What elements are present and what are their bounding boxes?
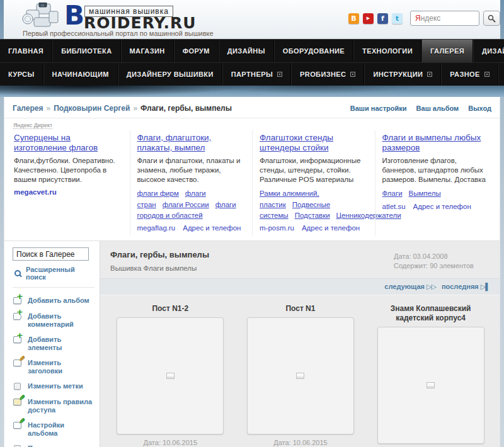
nav-partnery[interactable]: ПАРТНЕРЫ bbox=[222, 63, 291, 86]
card-thumbnail[interactable] bbox=[377, 327, 484, 444]
ad-sublink[interactable]: флаги фирм bbox=[137, 190, 179, 197]
gallery-card: Знамя Колпашевский кадетский корпус4 Дат… bbox=[365, 304, 496, 447]
checkbox-icon bbox=[13, 381, 24, 391]
sidebar-item-add-elements[interactable]: Добавить элементы bbox=[13, 334, 96, 352]
ad-sublink[interactable]: Подставки bbox=[295, 212, 330, 219]
gallery-cards: Пост N1-2 Дата: 10.06.2015 Новый « опера… bbox=[100, 295, 500, 447]
sidebar-item-add-album[interactable]: Добавить альбом bbox=[13, 295, 96, 305]
nav-glavnaya[interactable]: ГЛАВНАЯ bbox=[0, 40, 52, 62]
svg-text:cc: cc bbox=[41, 3, 45, 7]
site-header: cc B машинная вышивка ROIDERY.RU Первый … bbox=[4, 0, 500, 39]
ad-body: Флагштоки, информационные стенды, штенде… bbox=[260, 156, 368, 185]
broken-image-icon bbox=[427, 382, 435, 388]
gallery-card: Пост N1-2 Дата: 10.06.2015 Новый « опера… bbox=[105, 304, 236, 447]
album-header: Флаги, гербы, вымпелы Вышивка Флаги вымп… bbox=[100, 241, 500, 278]
sidebar-item-edit-tags[interactable]: Изменить метки bbox=[13, 381, 96, 391]
sidebar-item-batch-tags[interactable]: Пакетное изменение меток bbox=[13, 443, 96, 447]
ad-domain-link[interactable]: megaflag.ru bbox=[137, 224, 176, 232]
twitter-icon[interactable]: t bbox=[392, 13, 403, 24]
ad-title-link[interactable]: Флаги, флагштоки, плакаты, вымпел bbox=[137, 133, 246, 153]
breadcrumb-bar: Галерея»Подковырин Сергей»Флаги, гербы, … bbox=[4, 98, 500, 118]
crumb-author[interactable]: Подковырин Сергей bbox=[54, 104, 130, 113]
your-settings-link[interactable]: Ваши настройки bbox=[350, 105, 407, 112]
nav-oborudovanie[interactable]: ОБОРУДОВАНИЕ bbox=[274, 40, 353, 62]
ad-body: Флаги,футболки. Оперативно. Качественно.… bbox=[14, 156, 123, 185]
next-page-icon[interactable]: ▷▷ bbox=[427, 283, 436, 290]
sidebar-item-add-comment[interactable]: Добавить комментарий bbox=[13, 311, 96, 329]
next-page-link[interactable]: следующая bbox=[384, 283, 425, 290]
ad-domain-link[interactable]: atlet.su bbox=[382, 203, 406, 210]
nav-biblioteka[interactable]: БИБЛИОТЕКА bbox=[52, 40, 120, 62]
ad-sublink[interactable]: Флаги bbox=[382, 190, 403, 197]
main-area: Расширенный поиск Добавить альбом Добави… bbox=[4, 240, 500, 447]
yandex-direct-label[interactable]: Яндекс Директ bbox=[13, 122, 52, 129]
ad-mposm: Флагштоки стенды штендеры стойки Флагшто… bbox=[252, 130, 375, 235]
yandex-search: Яндекс bbox=[410, 11, 500, 26]
ad-body: Флаги и флагштоки, плакаты и знамена, лю… bbox=[137, 156, 246, 185]
ad-title-link[interactable]: Флагштоки стенды штендеры стойки bbox=[260, 133, 368, 153]
ad-sublink[interactable]: Вымпелы bbox=[409, 190, 441, 197]
dropdown-indicator-icon bbox=[484, 72, 490, 77]
search-button[interactable] bbox=[483, 11, 500, 26]
sidebar-item-album-settings[interactable]: Настройки альбома bbox=[13, 420, 96, 438]
nav-kursy[interactable]: КУРСЫ bbox=[0, 63, 43, 86]
broken-image-icon bbox=[296, 373, 304, 379]
ad-title-link[interactable]: Флаги и вымпелы любых размеров bbox=[382, 133, 491, 153]
advanced-search-link[interactable]: Расширенный поиск bbox=[14, 266, 96, 281]
album-meta: Дата: 03.04.2008 Содержит: 90 элементов bbox=[394, 250, 488, 272]
broken-image-icon bbox=[166, 373, 175, 379]
sidebar-item-edit-titles[interactable]: Изменить заголовки bbox=[13, 358, 96, 375]
yandex-search-input[interactable] bbox=[410, 11, 479, 26]
ad-title-link[interactable]: Суперцены на изготовление флагов bbox=[14, 133, 123, 153]
nav-dizayny[interactable]: ДИЗАЙНЫ bbox=[219, 40, 274, 62]
magnifier-icon bbox=[14, 269, 22, 278]
album-count: Содержит: 90 элементов bbox=[394, 262, 488, 269]
nav-dizayneru-vyshivki[interactable]: ДИЗАЙНЕРУ ВЫШИВКИ bbox=[118, 63, 222, 86]
comment-plus-icon bbox=[13, 311, 24, 321]
nav-row-1: ГЛАВНАЯ БИБЛИОТЕКА МАГАЗИН ФОРУМ ДИЗАЙНЫ… bbox=[0, 39, 504, 62]
nav-galereya[interactable]: ГАЛЕРЕЯ bbox=[421, 40, 473, 62]
card-thumbnail[interactable] bbox=[247, 317, 354, 434]
nav-forum[interactable]: ФОРУМ bbox=[174, 40, 219, 62]
nav-row-2: КУРСЫ НАЧИНАЮЩИМ ДИЗАЙНЕРУ ВЫШИВКИ ПАРТН… bbox=[0, 62, 504, 86]
logo-machines-icon: cc bbox=[21, 3, 62, 30]
checkbox-icon bbox=[13, 443, 24, 447]
nav-probiznes[interactable]: PROБИЗНЕС bbox=[291, 63, 364, 86]
card-title: Пост N1-2 bbox=[110, 304, 231, 314]
card-date: Дата: 10.06.2015 bbox=[110, 439, 231, 446]
last-page-icon[interactable]: ▷▌ bbox=[481, 283, 490, 290]
blogger-icon[interactable]: B bbox=[348, 13, 359, 24]
nav-raznoe[interactable]: РАЗНОЕ bbox=[441, 63, 498, 86]
gallery-sidebar: Расширенный поиск Добавить альбом Добави… bbox=[4, 241, 100, 447]
logo-letter-b: B bbox=[64, 3, 84, 29]
last-page-link[interactable]: последняя bbox=[442, 283, 479, 290]
nav-instruktsii[interactable]: ИНСТРУКЦИИ bbox=[364, 63, 441, 86]
album-date: Дата: 03.04.2008 bbox=[394, 252, 488, 260]
ad-contact-link[interactable]: Адрес и телефон bbox=[183, 224, 241, 232]
ad-sublink[interactable]: флаги России bbox=[163, 201, 209, 208]
ad-contact-link[interactable]: Адрес и телефон bbox=[413, 203, 471, 210]
nav-magazin[interactable]: МАГАЗИН bbox=[121, 40, 174, 62]
card-thumbnail[interactable] bbox=[117, 317, 224, 434]
nav-o-nas[interactable]: О НАС bbox=[498, 63, 504, 86]
ad-domain-link[interactable]: megacvet.ru bbox=[14, 188, 57, 196]
site-tagline: Первый профессиональный портал по машинн… bbox=[23, 30, 214, 37]
nav-nachinayushchim[interactable]: НАЧИНАЮЩИМ bbox=[43, 63, 118, 86]
gallery-search-input[interactable] bbox=[13, 247, 89, 261]
dropdown-indicator-icon bbox=[427, 72, 432, 77]
facebook-icon[interactable]: f bbox=[377, 13, 388, 24]
magnifier-icon bbox=[488, 14, 496, 23]
your-album-link[interactable]: Ваш альбом bbox=[416, 105, 459, 112]
crumb-galereya[interactable]: Галерея bbox=[13, 104, 43, 113]
dropdown-indicator-icon bbox=[277, 72, 282, 77]
youtube-icon[interactable]: ▶ bbox=[363, 13, 374, 24]
crumb-current: Флаги, гербы, вымпелы bbox=[140, 104, 232, 113]
ad-contact-link[interactable]: Адрес и телефон bbox=[302, 224, 360, 232]
sidebar-item-edit-access-rules[interactable]: Изменить правила доступа bbox=[13, 397, 96, 414]
logout-link[interactable]: Выход bbox=[468, 105, 491, 112]
album-subtitle: Вышивка Флаги вымпелы bbox=[110, 264, 209, 272]
ad-domain-link[interactable]: m-posm.ru bbox=[260, 224, 294, 232]
nav-tekhnologii[interactable]: ТЕХНОЛОГИИ bbox=[353, 40, 421, 62]
ad-body: Изготовление флагов, баннеров, штандарто… bbox=[382, 156, 491, 185]
nav-dizaynery[interactable]: ДИЗАЙНЕРЫ bbox=[473, 40, 504, 62]
